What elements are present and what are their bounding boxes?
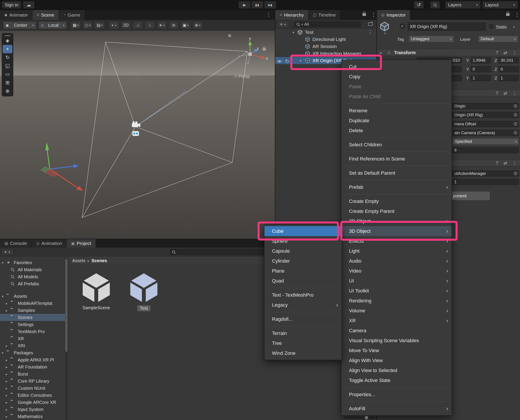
pick-icon[interactable]	[285, 59, 289, 64]
menu-item-duplicate[interactable]: Duplicate	[341, 116, 452, 126]
foldout-icon[interactable]: ▸	[6, 386, 8, 390]
step-button[interactable]: ▶▮	[264, 1, 276, 9]
gizmos-icon[interactable]: ⊕▾	[193, 22, 202, 29]
foldout-icon[interactable]: ▸	[6, 301, 8, 306]
sign-in-button[interactable]: Sign in	[2, 1, 21, 9]
breadcrumb-current[interactable]: Scenes	[92, 258, 107, 263]
menu-item-prefab[interactable]: Prefab›	[341, 182, 452, 192]
project-tree-all-prefabs[interactable]: All Prefabs	[0, 280, 65, 287]
project-tree-samples[interactable]: ▸Samples	[0, 307, 65, 314]
project-tree-all-materials[interactable]: All Materials	[0, 266, 65, 273]
transform-tool[interactable]: ⊞	[3, 78, 12, 87]
menu-item-delete[interactable]: Delete	[341, 126, 452, 135]
foldout-icon[interactable]: ▸	[6, 358, 8, 362]
transform-header[interactable]: ▾ Transform ?⇄⋮	[377, 49, 520, 56]
lock-icon[interactable]	[506, 12, 510, 16]
foldout-icon[interactable]: ▸	[6, 372, 8, 376]
project-search-input[interactable]	[170, 249, 272, 255]
foldout-icon[interactable]: ▸	[6, 415, 8, 419]
custom-tool[interactable]: ⊕	[3, 87, 12, 95]
number-field[interactable]: 6	[452, 147, 519, 153]
menu-item-terrain[interactable]: Terrain	[264, 328, 342, 338]
menu-item-ui[interactable]: UI›	[341, 276, 452, 286]
hierarchy-row-directional-light[interactable]: Directional Light	[275, 36, 376, 43]
menu-item-video[interactable]: Video›	[341, 266, 452, 276]
tab-animator[interactable]: ◆Animator	[0, 10, 32, 20]
view-tool[interactable]: ◈	[3, 37, 12, 45]
menu-item-ragdoll[interactable]: Ragdoll...	[264, 314, 342, 324]
gameobject-icon[interactable]	[380, 22, 390, 32]
effects-toggle-icon[interactable]: ∗▾	[157, 22, 167, 29]
project-tree-ar-foundation[interactable]: ▸AR Foundation	[0, 363, 65, 370]
snap-icon[interactable]: ▥▾	[83, 22, 93, 29]
object-field[interactable]: Origin	[452, 103, 519, 109]
tab-animation[interactable]: ◷Animation	[32, 239, 67, 248]
hierarchy-row-test[interactable]: ▾Test⋮	[275, 29, 376, 36]
scale-z-field[interactable]: 1	[498, 75, 519, 81]
menu-item-rename[interactable]: Rename	[341, 106, 452, 116]
tab-project[interactable]: ▣Project	[67, 239, 96, 248]
menu-item-effects[interactable]: Effects›	[341, 236, 452, 246]
tab-scene[interactable]: #Scene	[32, 10, 59, 20]
menu-item-cut[interactable]: Cut	[341, 62, 452, 72]
object-picker-icon[interactable]	[514, 131, 517, 135]
menu-item-copy[interactable]: Copy	[341, 72, 452, 82]
menu-item-ui-toolkit[interactable]: UI Toolkit›	[341, 286, 452, 296]
menu-item-legacy[interactable]: Legacy›	[264, 300, 342, 310]
hidden-objects-icon[interactable]: ⊘	[169, 22, 179, 29]
object-field[interactable]: ain Camera (Camera)	[452, 130, 519, 136]
menu-item-quad[interactable]: Quad	[264, 276, 342, 286]
scene-viewport[interactable]: y z x ≡ < Persp ◈+↻◱▭⊞⊕	[0, 30, 275, 239]
project-tree-scenes[interactable]: Scenes	[0, 314, 65, 321]
project-tree-mobileartemplat[interactable]: ▸MobileARTemplat	[0, 300, 65, 307]
view-lock-icon[interactable]	[263, 46, 266, 51]
project-tree-assets[interactable]: ▾Assets	[0, 293, 65, 300]
menu-item-create-empty-parent[interactable]: Create Empty Parent	[341, 206, 452, 216]
hierarchy-search-input[interactable]: ▾ All	[294, 22, 361, 27]
scale-tool[interactable]: ◱	[3, 62, 12, 70]
menu-item-align-with-view[interactable]: Align With View	[341, 355, 452, 365]
object-picker-icon[interactable]	[514, 122, 517, 126]
menu-item-autofill[interactable]: AutoFill›	[341, 404, 452, 414]
inspector-panel-menu-icon[interactable]: ⋮	[514, 12, 520, 17]
foldout-icon[interactable]: ▸	[6, 344, 8, 348]
project-tree-editor-coroutines[interactable]: ▸Editor Coroutines	[0, 392, 65, 399]
version-history-button[interactable]: ↺	[414, 1, 424, 9]
foldout-icon[interactable]: ▾	[300, 59, 301, 63]
rotate-tool[interactable]: ↻	[3, 53, 12, 62]
object-field[interactable]: Origin (XR Rig)	[452, 112, 519, 118]
project-tree-core-rp-library[interactable]: ▸Core RP Library	[0, 378, 65, 385]
menu-item-set-as-default-parent[interactable]: Set as Default Parent	[341, 168, 452, 178]
layer-dropdown[interactable]: Default▾	[478, 36, 518, 42]
tab-game[interactable]: ◔Game	[59, 10, 85, 20]
menu-item-select-children[interactable]: Select Children	[341, 140, 452, 150]
foldout-icon[interactable]: ▾	[293, 30, 294, 35]
object-picker-icon[interactable]	[514, 113, 517, 117]
project-tree-burst[interactable]: ▸Burst	[0, 370, 65, 378]
move-tool[interactable]: +	[3, 45, 12, 53]
menu-item-cylinder[interactable]: Cylinder	[264, 256, 342, 266]
tab-timeline[interactable]: ◫Timeline	[309, 10, 341, 20]
hierarchy-row-xr-interaction-manager[interactable]: XR Interaction Manager	[275, 50, 376, 57]
menu-item-sphere[interactable]: Sphere	[264, 236, 342, 246]
pivot-mode-dropdown[interactable]: ◉ Center ▾	[3, 22, 36, 29]
cloud-services-button[interactable]: ☁	[23, 1, 35, 9]
shading-mode-icon[interactable]: ◐▾	[109, 22, 119, 29]
object-field[interactable]: mera Offset	[452, 121, 519, 127]
menu-item-wind-zone[interactable]: Wind Zone	[264, 348, 342, 358]
rect-tool[interactable]: ▭	[3, 70, 12, 78]
menu-item-text-textmeshpro[interactable]: Text - TextMeshPro	[264, 290, 342, 300]
rotation-z-field[interactable]: 0	[498, 66, 519, 72]
scene-panel-menu-icon[interactable]: ⋮	[266, 12, 271, 17]
gameobject-name-field[interactable]: XR Origin (XR Rig)	[408, 22, 486, 31]
layout-dropdown[interactable]: Layout▾	[482, 1, 518, 9]
project-tree-textmesh-pro[interactable]: TextMesh Pro	[0, 328, 65, 335]
move-gizmo[interactable]	[40, 142, 83, 191]
menu-item-audio[interactable]: Audio›	[341, 256, 452, 266]
component-header-icons[interactable]: ?⇄⋮	[496, 50, 517, 55]
perspective-label[interactable]: < Persp	[234, 74, 250, 79]
eye-icon[interactable]	[277, 59, 282, 64]
field-dropdown[interactable]: Specified▾	[452, 138, 519, 145]
foldout-icon[interactable]: ▸	[6, 309, 8, 313]
position-y-field[interactable]: 1.9946	[471, 57, 491, 63]
